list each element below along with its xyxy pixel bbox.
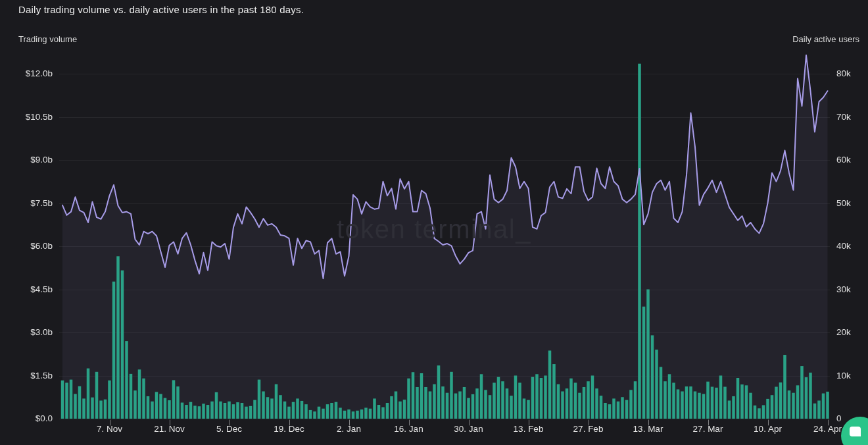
chat-icon [850, 427, 861, 436]
x-axis-tick-label: 21. Nov [154, 424, 185, 434]
right-axis-tick-label: 70k [836, 112, 851, 122]
left-axis-tick-label: $12.0b [7, 68, 53, 79]
x-axis-tick-label: 5. Dec [216, 424, 242, 434]
right-axis-tick-label: 10k [836, 371, 851, 381]
left-axis-tick-label: $4.5b [7, 284, 53, 295]
x-axis-tick-label: 27. Feb [573, 424, 604, 434]
left-axis-tick-label: $6.0b [7, 241, 53, 251]
left-axis-title: Trading volume [18, 34, 77, 44]
right-axis-tick-label: 60k [836, 155, 851, 165]
left-axis-tick-label: $1.5b [7, 371, 53, 381]
left-axis-tick-label: $0.0 [7, 413, 53, 424]
x-axis-tick-label: 16. Jan [394, 424, 423, 434]
x-axis-tick-label: 2. Jan [337, 424, 361, 434]
x-axis-tick-label: 10. Apr [754, 424, 782, 434]
x-axis-tick-label: 7. Nov [97, 424, 122, 434]
right-axis-title: Daily active users [792, 34, 859, 44]
right-axis-tick-label: 0 [836, 413, 842, 424]
x-axis-tick-label: 27. Mar [693, 424, 723, 434]
left-axis-tick-label: $7.5b [7, 198, 53, 209]
right-axis-tick-label: 80k [836, 68, 851, 79]
right-axis-tick-label: 40k [836, 241, 851, 251]
x-axis-tick-label: 30. Jan [454, 424, 483, 434]
right-axis-tick-label: 50k [836, 198, 851, 209]
left-axis-tick-label: $3.0b [7, 327, 53, 338]
x-axis-tick-label: 24. Apr [813, 424, 842, 434]
x-axis-tick-label: 13. Feb [514, 424, 544, 434]
x-axis-tick-label: 19. Dec [274, 424, 304, 434]
right-axis-tick-label: 20k [836, 327, 851, 338]
right-axis-tick-label: 30k [836, 284, 851, 295]
left-axis-tick-label: $10.5b [7, 112, 53, 122]
token-terminal-watermark: token terminal_ [337, 215, 531, 244]
x-axis-tick-label: 13. Mar [633, 424, 663, 434]
left-axis-tick-label: $9.0b [7, 155, 53, 165]
chart-title: Daily trading volume vs. daily active us… [18, 3, 304, 16]
